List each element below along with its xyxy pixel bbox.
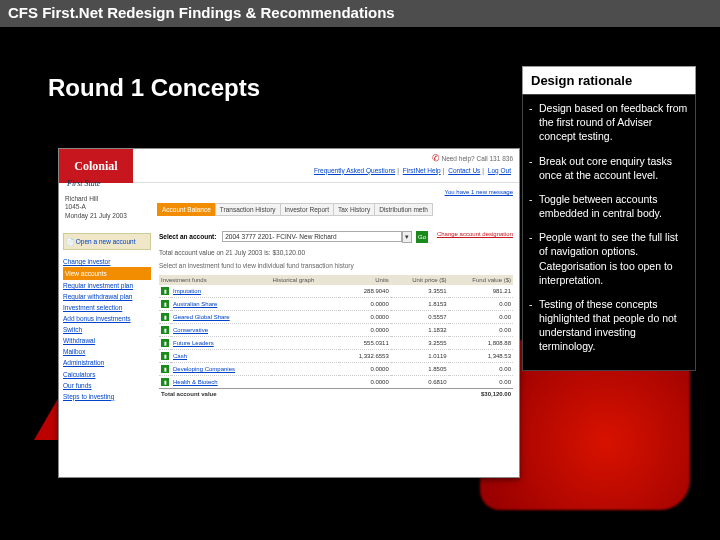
top-link[interactable]: Frequently Asked Questions [314, 167, 395, 174]
fund-link[interactable]: Imputation [173, 288, 201, 294]
tab-distribution[interactable]: Distribution meth [374, 203, 433, 216]
sidebar-item[interactable]: Mailbox [63, 346, 151, 357]
slide-header: CFS First.Net Redesign Findings & Recomm… [0, 0, 720, 27]
sidebar-item[interactable]: Steps to investing [63, 391, 151, 402]
chart-icon[interactable]: ▮ [161, 378, 169, 386]
messages-link[interactable]: You have 1 new message [445, 189, 514, 195]
fund-link[interactable]: Australian Share [173, 301, 217, 307]
tab-account-balance[interactable]: Account Balance [157, 203, 216, 216]
go-button[interactable]: Go [416, 231, 428, 243]
value-cell: 0.00 [449, 363, 513, 376]
tab-tax-history[interactable]: Tax History [333, 203, 375, 216]
user-date: Monday 21 July 2003 [65, 212, 127, 220]
chart-icon[interactable]: ▮ [161, 352, 169, 360]
units-cell: 0.0000 [339, 363, 390, 376]
chart-icon[interactable]: ▮ [161, 326, 169, 334]
rationale-item: Toggle between accounts embedded in cent… [529, 192, 689, 220]
phone-icon: ✆ [432, 153, 440, 163]
brand-logo: Colonial [59, 149, 133, 183]
units-cell: 0.0000 [339, 311, 390, 324]
brand-sub: First State [67, 179, 101, 188]
help-text: Need help? Call 131 836 [441, 155, 513, 162]
price-cell: 1.0119 [391, 350, 449, 363]
sidebar-item[interactable]: Regular investment plan [63, 280, 151, 291]
value-cell: 981.21 [449, 285, 513, 298]
sidebar-item[interactable]: Withdrawal [63, 335, 151, 346]
account-select[interactable]: 2004 3777 2201- FCINV- New Richard [222, 231, 402, 242]
price-cell: 0.6810 [391, 376, 449, 389]
top-links: Frequently Asked Questions| FirstNet Hel… [139, 166, 513, 176]
tab-transaction-history[interactable]: Transaction History [215, 203, 281, 216]
sidebar-item[interactable]: Change investor [63, 256, 151, 267]
sidebar-item[interactable]: View accounts [63, 267, 151, 280]
chart-icon[interactable]: ▮ [161, 287, 169, 295]
chevron-down-icon[interactable]: ▾ [402, 231, 412, 243]
fund-link[interactable]: Conservative [173, 327, 208, 333]
fund-link[interactable]: Cash [173, 353, 187, 359]
user-id: 1045-A [65, 203, 127, 211]
chart-icon[interactable]: ▮ [161, 339, 169, 347]
top-link[interactable]: Contact Us [448, 167, 480, 174]
col-price: Unit price ($) [391, 275, 449, 285]
rationale-title: Design rationale [522, 66, 696, 94]
funds-table: Investment funds Historical graph Units … [159, 275, 513, 399]
user-name: Richard Hill [65, 195, 127, 203]
value-cell: 1,348.53 [449, 350, 513, 363]
value-cell: 0.00 [449, 376, 513, 389]
units-cell: 1,332.6553 [339, 350, 390, 363]
units-cell: 288.9040 [339, 285, 390, 298]
col-graph: Historical graph [271, 275, 340, 285]
sub-line: Select an investment fund to view indivi… [159, 262, 513, 269]
price-cell: 3.3551 [391, 285, 449, 298]
sidebar-item[interactable]: Regular withdrawal plan [63, 291, 151, 302]
fund-link[interactable]: Geared Global Share [173, 314, 230, 320]
slide: CFS First.Net Redesign Findings & Recomm… [0, 0, 720, 540]
fund-link[interactable]: Health & Biotech [173, 379, 218, 385]
rationale-item: Testing of these concepts highlighted th… [529, 297, 689, 354]
chart-icon[interactable]: ▮ [161, 300, 169, 308]
value-cell: 0.00 [449, 311, 513, 324]
col-fund: Investment funds [159, 275, 271, 285]
price-cell: 1.1832 [391, 324, 449, 337]
units-cell: 0.0000 [339, 298, 390, 311]
sidebar-item[interactable]: Our funds [63, 380, 151, 391]
table-row: ▮Conservative0.00001.18320.00 [159, 324, 513, 337]
table-row: ▮Geared Global Share0.00000.55570.00 [159, 311, 513, 324]
table-row: ▮Future Leaders555.03113.25551,808.88 [159, 337, 513, 350]
price-cell: 0.5557 [391, 311, 449, 324]
sidebar-item[interactable]: Switch [63, 324, 151, 335]
tab-bar: Account Balance Transaction History Inve… [157, 203, 432, 216]
units-cell: 555.0311 [339, 337, 390, 350]
chart-icon[interactable]: ▮ [161, 313, 169, 321]
select-account-label: Select an account: [159, 233, 216, 240]
value-cell: 0.00 [449, 298, 513, 311]
fund-link[interactable]: Future Leaders [173, 340, 214, 346]
fund-link[interactable]: Developing Companies [173, 366, 235, 372]
table-row: ▮Australian Share0.00001.81530.00 [159, 298, 513, 311]
units-cell: 0.0000 [339, 324, 390, 337]
change-designation-link[interactable]: Change account designation [437, 231, 513, 237]
rationale-item: Design based on feedback from the first … [529, 101, 689, 144]
tab-investor-report[interactable]: Investor Report [280, 203, 334, 216]
col-value: Fund value ($) [449, 275, 513, 285]
top-right-area: ✆ Need help? Call 131 836 Frequently Ask… [133, 149, 519, 183]
table-row: ▮Health & Biotech0.00000.68100.00 [159, 376, 513, 389]
rationale-panel: Design rationale Design based on feedbac… [522, 66, 696, 371]
sidebar: 📄 Open a new account Change investor Vie… [63, 233, 151, 402]
sidebar-item[interactable]: Administration [63, 357, 151, 368]
top-link[interactable]: FirstNet Help [403, 167, 441, 174]
sidebar-item[interactable]: Investment selection [63, 302, 151, 313]
slide-subtitle: Round 1 Concepts [48, 74, 260, 102]
open-new-account[interactable]: 📄 Open a new account [63, 233, 151, 250]
top-link[interactable]: Log Out [488, 167, 511, 174]
sidebar-item[interactable]: Calculators [63, 369, 151, 380]
user-block: Richard Hill 1045-A Monday 21 July 2003 [65, 195, 127, 220]
table-row: ▮Cash1,332.65531.01191,348.53 [159, 350, 513, 363]
rationale-item: Break out core enquiry tasks once at the… [529, 154, 689, 182]
total-label: Total account value [159, 389, 339, 400]
chart-icon[interactable]: ▮ [161, 365, 169, 373]
table-row: ▮Developing Companies0.00001.85050.00 [159, 363, 513, 376]
value-cell: 0.00 [449, 324, 513, 337]
rationale-list: Design based on feedback from the first … [529, 101, 689, 354]
sidebar-item[interactable]: Add bonus investments [63, 313, 151, 324]
